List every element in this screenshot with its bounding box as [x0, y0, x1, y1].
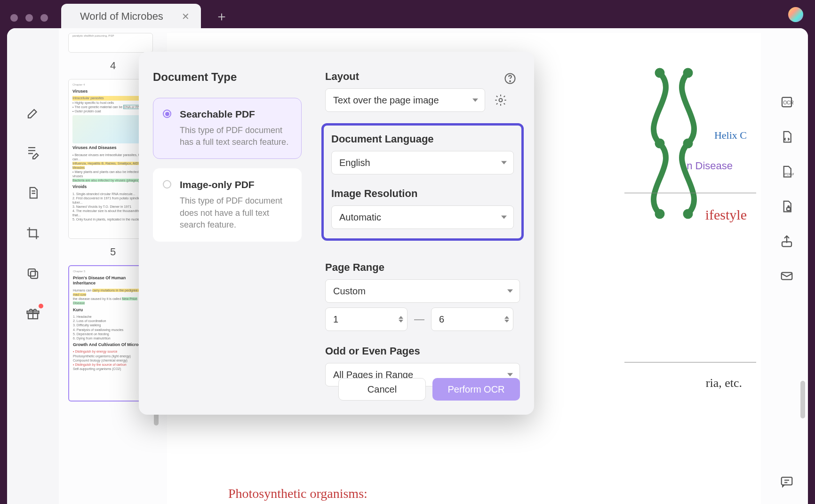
page-range-from-input[interactable]: 1 [325, 307, 408, 331]
close-window[interactable] [10, 14, 18, 22]
document-type-heading: Document Type [153, 71, 302, 84]
tab-title: World of Microbes [80, 10, 163, 22]
radio-image-only[interactable] [163, 180, 171, 189]
language-label: Document Language [331, 133, 514, 145]
svg-point-29 [499, 99, 503, 102]
layout-settings-icon[interactable] [493, 92, 509, 108]
app-window: OCR PDF/A paralytic shellfish poisoning,… [7, 28, 808, 504]
radio-searchable[interactable] [163, 110, 171, 118]
image-only-title: Image-only PDF [180, 179, 291, 190]
searchable-desc: This type of PDF document has a full tex… [180, 125, 291, 148]
minimize-window[interactable] [25, 14, 33, 22]
highlighted-section: Document Language English Image Resoluti… [321, 123, 524, 241]
brand-badge-icon[interactable] [788, 7, 803, 22]
svg-point-28 [510, 81, 511, 82]
range-dash: — [414, 313, 424, 325]
option-searchable-pdf[interactable]: Searchable PDF This type of PDF document… [153, 98, 302, 159]
perform-ocr-button[interactable]: Perform OCR [432, 378, 520, 401]
image-only-desc: This type of PDF document does not have … [180, 195, 291, 231]
page-range-label: Page Range [325, 261, 520, 274]
ocr-dialog: Document Type Searchable PDF This type o… [139, 52, 534, 415]
close-tab-icon[interactable]: ✕ [182, 11, 190, 22]
odd-even-label: Odd or Even Pages [325, 345, 520, 357]
layout-label: Layout [325, 71, 520, 83]
help-icon[interactable] [502, 71, 518, 87]
page-range-select[interactable]: Custom [325, 279, 520, 303]
window-controls [10, 14, 48, 22]
layout-select[interactable]: Text over the page image [325, 88, 485, 112]
to-spinner[interactable] [504, 316, 509, 323]
tab-document[interactable]: World of Microbes ✕ [61, 4, 201, 29]
language-select[interactable]: English [331, 151, 514, 174]
resolution-label: Image Resolution [331, 188, 514, 200]
tab-bar: World of Microbes ✕ ＋ [61, 5, 806, 28]
cancel-button[interactable]: Cancel [338, 378, 426, 401]
maximize-window[interactable] [40, 14, 48, 22]
option-image-only-pdf[interactable]: Image-only PDF This type of PDF document… [153, 168, 302, 242]
searchable-title: Searchable PDF [180, 109, 291, 120]
dialog-left-panel: Document Type Searchable PDF This type o… [139, 52, 316, 415]
dialog-actions: Cancel Perform OCR [325, 378, 520, 401]
resolution-select[interactable]: Automatic [331, 205, 514, 229]
new-tab-button[interactable]: ＋ [215, 8, 228, 25]
from-spinner[interactable] [399, 316, 403, 323]
page-range-to-input[interactable]: 6 [431, 307, 513, 331]
dialog-right-panel: Layout Text over the page image Document… [316, 52, 534, 415]
